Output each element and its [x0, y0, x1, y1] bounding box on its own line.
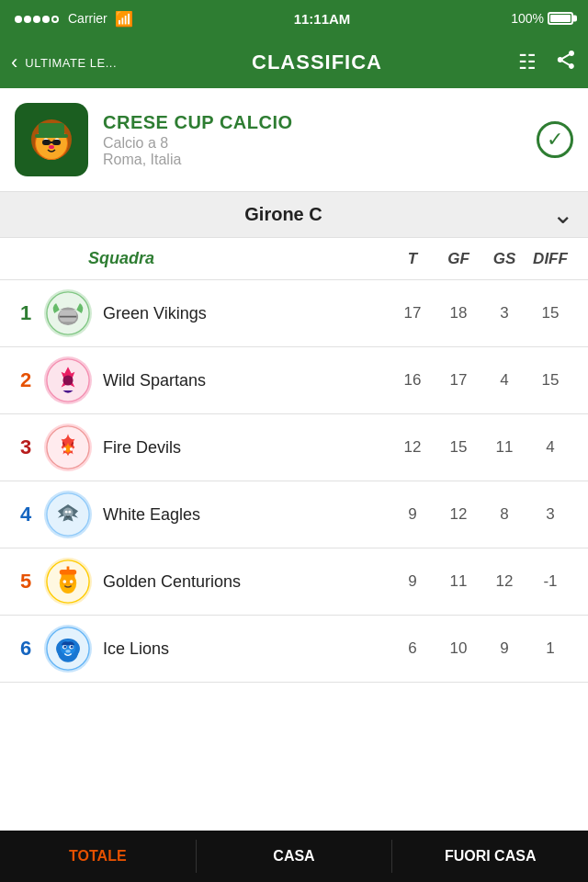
team-logo	[44, 289, 92, 337]
table-row[interactable]: 6 Ice Lions 6 10 9 1	[0, 616, 588, 683]
team-name: Wild Spartans	[103, 371, 390, 390]
team-gs: 3	[481, 304, 527, 322]
svg-point-39	[63, 646, 66, 649]
team-gs: 8	[481, 505, 527, 524]
league-name: CRESE CUP CALCIO	[103, 112, 537, 133]
col-gf-header: GF	[435, 250, 481, 268]
bottom-bar: TOTALE CASA FUORI CASA	[0, 831, 588, 882]
team-logo	[44, 356, 92, 404]
col-gs-header: GS	[481, 250, 527, 268]
svg-point-20	[62, 447, 66, 451]
svg-point-30	[62, 580, 66, 583]
team-diff: 1	[527, 639, 573, 658]
tab-totale[interactable]: TOTALE	[0, 831, 196, 882]
svg-point-41	[65, 650, 71, 653]
league-location: Roma, Italia	[103, 152, 537, 168]
team-rank: 5	[15, 570, 37, 594]
col-t-header: T	[390, 250, 435, 268]
svg-point-18	[62, 375, 73, 385]
team-rank: 3	[15, 435, 37, 459]
svg-rect-29	[60, 570, 76, 575]
share-icon[interactable]	[555, 49, 577, 76]
team-diff: -1	[527, 572, 573, 591]
svg-point-40	[71, 646, 74, 649]
team-t: 6	[390, 639, 435, 658]
team-gs: 9	[481, 639, 527, 658]
wifi-icon: 📶	[115, 10, 133, 28]
back-chevron-icon: ‹	[11, 51, 17, 74]
team-gs: 12	[481, 572, 527, 591]
team-name: Ice Lions	[103, 639, 390, 659]
svg-rect-11	[52, 140, 61, 145]
battery-icon	[548, 12, 573, 25]
girone-selector[interactable]: Girone C ⌄	[0, 192, 588, 238]
battery-box: 100%	[511, 11, 573, 26]
team-diff: 3	[527, 505, 573, 524]
team-diff: 15	[527, 371, 573, 390]
svg-point-31	[70, 580, 74, 583]
team-diff: 15	[527, 304, 573, 322]
team-name: Golden Centurions	[103, 572, 390, 592]
team-gf: 10	[435, 639, 481, 658]
col-diff-header: DIFF	[527, 250, 573, 268]
girone-chevron-icon: ⌄	[552, 199, 573, 230]
table-row[interactable]: 5 Golden Centurions 9 11 12 -1	[0, 548, 588, 616]
league-header: CRESE CUP CALCIO Calcio a 8 Roma, Italia…	[0, 88, 588, 192]
team-name: White Eagles	[103, 505, 390, 525]
nav-bar: ‹ ULTIMATE LE... CLASSIFICA ☷	[0, 37, 588, 88]
svg-point-25	[68, 511, 71, 514]
league-type: Calcio a 8	[103, 135, 537, 152]
back-button[interactable]: ‹ ULTIMATE LE...	[11, 51, 130, 74]
team-gf: 18	[435, 304, 481, 322]
league-logo	[15, 103, 88, 176]
team-logo	[44, 625, 92, 673]
col-squadra-header: Squadra	[15, 249, 390, 268]
carrier-label: Carrier	[68, 11, 107, 26]
team-gs: 11	[481, 438, 527, 457]
svg-rect-15	[60, 310, 76, 322]
team-t: 16	[390, 371, 435, 390]
team-gf: 12	[435, 505, 481, 524]
team-logo	[44, 424, 92, 471]
svg-rect-9	[35, 134, 68, 138]
svg-point-7	[49, 145, 54, 149]
team-name: Fire Devils	[103, 438, 390, 458]
signal-dots	[15, 11, 61, 26]
svg-rect-8	[39, 123, 64, 136]
table-row[interactable]: 2 Wild Spartans 16 17 4 15	[0, 347, 588, 414]
list-icon[interactable]: ☷	[518, 51, 537, 74]
status-left: Carrier 📶	[15, 10, 133, 28]
league-check-icon: ✓	[537, 121, 573, 158]
table-header: Squadra T GF GS DIFF	[0, 238, 588, 280]
tab-fuori-casa[interactable]: FUORI CASA	[392, 831, 588, 882]
team-rank: 4	[15, 503, 37, 526]
time-label: 11:11AM	[294, 11, 351, 27]
svg-point-21	[70, 447, 74, 451]
team-gf: 15	[435, 438, 481, 457]
team-t: 9	[390, 572, 435, 591]
table-row[interactable]: 4 White Eagles 9 12 8 3	[0, 481, 588, 548]
back-label: ULTIMATE LE...	[25, 56, 117, 70]
teams-table: 1 Green Vikings 17 18 3 15 2 Wild Sparta…	[0, 280, 588, 683]
page-title: CLASSIFICA	[130, 51, 503, 74]
girone-label: Girone C	[15, 204, 552, 225]
team-t: 12	[390, 438, 435, 457]
svg-rect-10	[42, 140, 51, 145]
team-t: 17	[390, 304, 435, 322]
status-bar: Carrier 📶 11:11AM 100%	[0, 0, 588, 37]
table-row[interactable]: 1 Green Vikings 17 18 3 15	[0, 280, 588, 347]
team-t: 9	[390, 505, 435, 524]
battery-percent: 100%	[511, 11, 544, 26]
svg-point-24	[65, 511, 68, 514]
team-gs: 4	[481, 371, 527, 390]
team-logo	[44, 558, 92, 605]
table-row[interactable]: 3 Fire Devils 12 15 11 4	[0, 414, 588, 481]
team-rank: 6	[15, 637, 37, 661]
team-name: Green Vikings	[103, 304, 390, 323]
team-rank: 1	[15, 301, 37, 325]
team-logo	[44, 491, 92, 538]
nav-icons: ☷	[503, 49, 577, 76]
league-info: CRESE CUP CALCIO Calcio a 8 Roma, Italia	[103, 112, 537, 168]
team-gf: 17	[435, 371, 481, 390]
tab-casa[interactable]: CASA	[197, 831, 392, 882]
